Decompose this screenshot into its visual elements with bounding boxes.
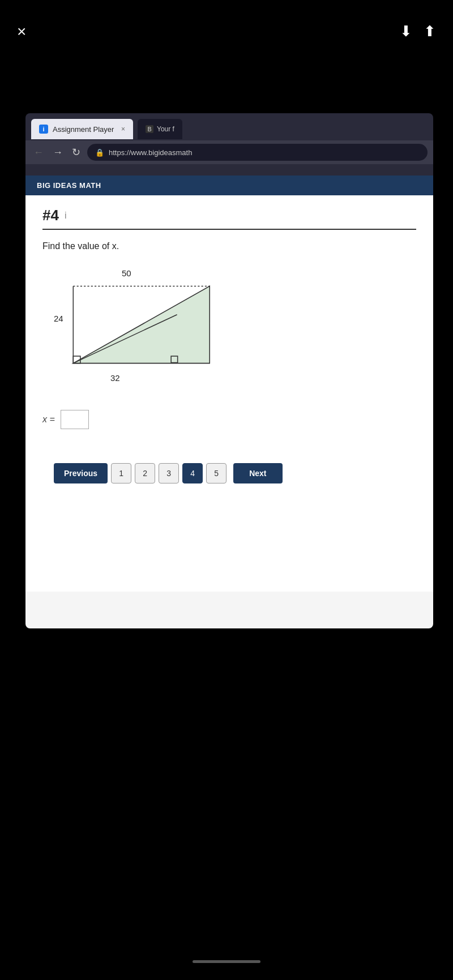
address-bar[interactable]: 🔒 https://www.bigideasmath (87, 144, 428, 161)
page-btn-1[interactable]: 1 (111, 463, 131, 483)
active-tab[interactable]: i Assignment Player × (31, 119, 133, 139)
triangle-svg (54, 268, 235, 393)
tab-title: Assignment Player (53, 125, 114, 134)
question-num-label: #4 (42, 207, 59, 224)
extra-tab-favicon: B (146, 125, 153, 133)
answer-label: x = (42, 414, 55, 425)
bottom-area (0, 646, 453, 980)
pagination-bar: Previous 1 2 3 4 5 Next (42, 452, 416, 500)
previous-button[interactable]: Previous (54, 463, 108, 483)
page-btn-2[interactable]: 2 (135, 463, 155, 483)
browser-nav-bar: ← → ↻ 🔒 https://www.bigideasmath (25, 140, 433, 164)
page-btn-5[interactable]: 5 (206, 463, 226, 483)
tab-favicon: i (39, 125, 48, 134)
share-icon[interactable]: ⬆ (424, 23, 436, 40)
brand-name: BIG IDEAS MATH (37, 181, 101, 190)
diagram-container: 50 24 32 x (54, 268, 235, 393)
next-button[interactable]: Next (233, 463, 282, 483)
question-divider (42, 229, 416, 230)
forward-button[interactable]: → (50, 144, 65, 161)
svg-marker-0 (73, 286, 210, 363)
answer-input[interactable] (61, 410, 89, 429)
question-number: #4 i (42, 207, 416, 224)
download-icon[interactable]: ⬇ (400, 23, 412, 40)
tab-close-icon[interactable]: × (121, 125, 125, 133)
page-btn-4[interactable]: 4 (182, 463, 203, 483)
answer-area: x = (42, 410, 416, 429)
bim-header: BIG IDEAS MATH (25, 176, 433, 195)
extra-tab[interactable]: B Your f (138, 119, 182, 139)
page-btn-3[interactable]: 3 (159, 463, 179, 483)
browser-chrome: i Assignment Player × B Your f ← → ↻ 🔒 h… (25, 113, 433, 176)
main-content: BIG IDEAS MATH #4 i Find the value of x.… (25, 176, 433, 628)
url-text: https://www.bigideasmath (109, 148, 192, 157)
refresh-button[interactable]: ↻ (70, 144, 83, 161)
top-bar: × ⬇ ⬆ (0, 0, 453, 113)
close-button[interactable]: × (17, 23, 26, 41)
question-prompt: Find the value of x. (42, 241, 416, 251)
home-indicator (193, 960, 260, 963)
top-right-icons: ⬇ ⬆ (400, 23, 436, 40)
info-icon[interactable]: i (65, 211, 67, 221)
question-area: #4 i Find the value of x. 50 24 32 x (25, 195, 433, 592)
lock-icon: 🔒 (95, 148, 104, 157)
back-button[interactable]: ← (31, 144, 46, 161)
browser-tab-bar: i Assignment Player × B Your f (25, 113, 433, 140)
extra-tab-title: Your f (157, 125, 174, 133)
